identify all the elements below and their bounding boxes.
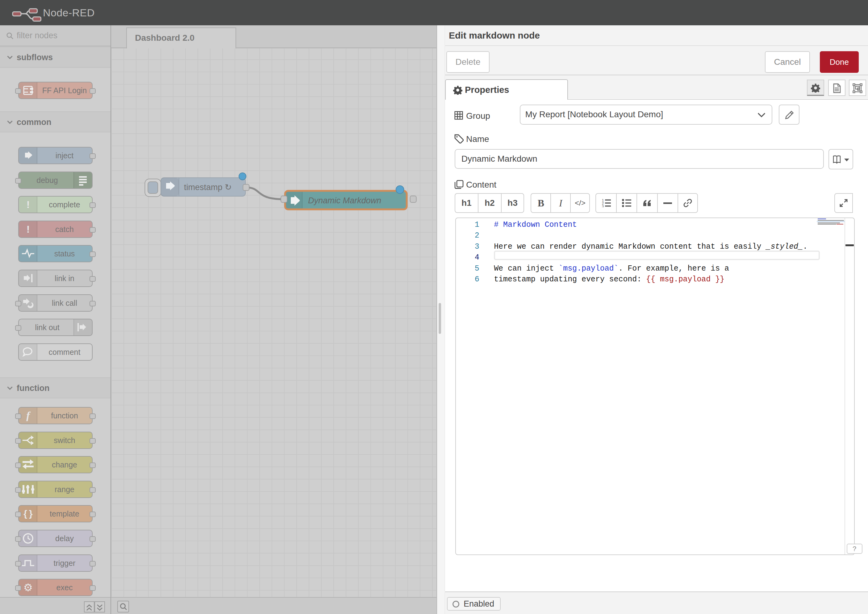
svg-text:3: 3 [602,205,604,207]
